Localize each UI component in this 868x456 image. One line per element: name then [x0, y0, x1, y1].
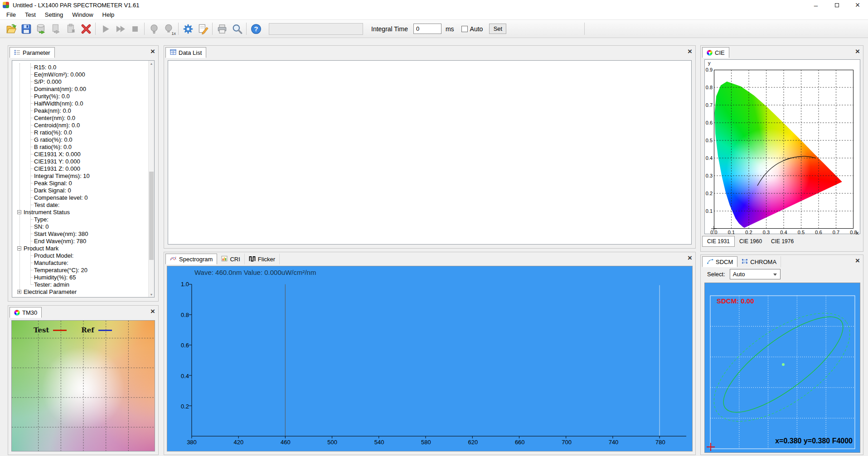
- stop-test-button[interactable]: [127, 21, 142, 36]
- menu-item[interactable]: Help: [98, 10, 119, 19]
- start-test-button[interactable]: [97, 21, 112, 36]
- menu-item[interactable]: File: [2, 10, 20, 19]
- menu-item[interactable]: Window: [68, 10, 97, 19]
- tree-item[interactable]: CIE1931 X: 0.000: [12, 150, 148, 158]
- export-report-button[interactable]: [48, 21, 63, 36]
- import-data-button[interactable]: [63, 21, 78, 36]
- tree-item[interactable]: B ratio(%): 0.0: [12, 143, 148, 150]
- cie-mode-tab[interactable]: CIE 1931: [702, 236, 735, 247]
- tree-item[interactable]: Peak(nm): 0.0: [12, 107, 148, 114]
- tree-item[interactable]: SN: 0: [12, 223, 148, 230]
- tree-item-label: Start Wave(nm): 380: [34, 230, 88, 237]
- close-icon[interactable]: ×: [855, 48, 860, 55]
- tree-item[interactable]: CIE1931 Y: 0.000: [12, 158, 148, 165]
- maximize-button[interactable]: [826, 0, 847, 10]
- window-title: Untitled - LX1400 PAR SPECTROMETER V1.61: [13, 2, 139, 9]
- menu-item[interactable]: Setting: [40, 10, 68, 19]
- menu-bar: FileTestSettingWindowHelp: [0, 10, 868, 20]
- settings-button[interactable]: [180, 21, 195, 36]
- tree-item[interactable]: Peak Signal: 0: [12, 179, 148, 187]
- tree-item[interactable]: Temperature(°C): 20: [12, 266, 148, 274]
- tree-expander[interactable]: [17, 210, 21, 214]
- tab-cie[interactable]: CIE: [702, 47, 729, 58]
- help-button[interactable]: ?: [248, 21, 263, 36]
- tree-item[interactable]: Dark Signal: 0: [12, 187, 148, 194]
- tree-item[interactable]: Manufacture:: [12, 259, 148, 266]
- tree-item[interactable]: Purity(%): 0.0: [12, 92, 148, 100]
- parameter-scrollbar[interactable]: ▲ ▼: [148, 61, 154, 297]
- print-button[interactable]: [214, 21, 229, 36]
- sdcm-select-dropdown[interactable]: Auto: [730, 269, 781, 279]
- tree-item[interactable]: End Wave(nm): 780: [12, 237, 148, 245]
- tree-item[interactable]: G ratio(%): 0.0: [12, 136, 148, 143]
- edit-button[interactable]: [195, 21, 210, 36]
- tab-tm30[interactable]: TM30: [10, 307, 42, 318]
- tree-item[interactable]: Humidity(%): 65: [12, 274, 148, 281]
- tree-item[interactable]: Product Mark: [12, 245, 148, 252]
- tab-spectrogram[interactable]: Spectrogram: [165, 254, 217, 264]
- tree-expander[interactable]: [17, 246, 21, 250]
- tree-item[interactable]: Instrument Status: [12, 208, 148, 216]
- tab-sdcm[interactable]: SDCM: [702, 256, 737, 267]
- save-button[interactable]: [19, 21, 34, 36]
- tab-data-list[interactable]: Data List: [165, 47, 206, 58]
- tree-item-label: Test date:: [34, 202, 59, 208]
- set-button[interactable]: Set: [489, 24, 506, 34]
- tree-item[interactable]: HalfWidth(nm): 0.0: [12, 100, 148, 107]
- export-data-button[interactable]: [34, 21, 48, 36]
- tree-item[interactable]: CIE1931 Z: 0.000: [12, 165, 148, 172]
- close-icon[interactable]: ×: [150, 48, 155, 55]
- x-tick-label: 0.4: [778, 230, 789, 235]
- tab-chroma[interactable]: CHROMA: [737, 256, 781, 267]
- menu-item[interactable]: Test: [20, 10, 40, 19]
- tree-item[interactable]: Product Model:: [12, 252, 148, 259]
- tree-item[interactable]: Test date:: [12, 201, 148, 208]
- close-button[interactable]: ×: [847, 0, 868, 10]
- tree-item[interactable]: Tester: admin: [12, 281, 148, 288]
- x-tick-label: 0.3: [761, 230, 772, 235]
- close-icon[interactable]: ×: [688, 48, 692, 55]
- toolbar-separator: [178, 23, 179, 35]
- tree-item-label: Center(nm): 0.0: [34, 115, 75, 121]
- tree-item[interactable]: Start Wave(nm): 380: [12, 230, 148, 237]
- tree-item[interactable]: Integral Time(ms): 10: [12, 172, 148, 179]
- tab-parameter[interactable]: Parameter: [10, 47, 55, 58]
- dark-calibration-button[interactable]: [146, 21, 161, 36]
- tree-item[interactable]: R15: 0.0: [12, 63, 148, 71]
- tree-item[interactable]: Centroid(nm): 0.0: [12, 121, 148, 129]
- tree-item[interactable]: R ratio(%): 0.0: [12, 129, 148, 136]
- tree-item[interactable]: Dominant(nm): 0.00: [12, 85, 148, 92]
- tm30-chart: Test Ref: [11, 320, 155, 451]
- tree-item[interactable]: Type:: [12, 216, 148, 223]
- close-icon[interactable]: ×: [855, 257, 860, 264]
- scrollbar-thumb[interactable]: [149, 172, 154, 260]
- tree-item[interactable]: Electrical Parameter: [12, 288, 148, 295]
- test-line-swatch: [53, 330, 67, 331]
- tree-item[interactable]: S/P: 0.000: [12, 78, 148, 85]
- minimize-button[interactable]: –: [805, 0, 826, 10]
- parameter-list-icon: [14, 49, 20, 57]
- tab-flicker[interactable]: Flicker: [245, 254, 280, 264]
- scroll-up-icon[interactable]: ▲: [149, 61, 154, 66]
- tab-cri[interactable]: CRI: [217, 254, 244, 264]
- light-calibration-button[interactable]: 1x: [161, 21, 176, 36]
- zoom-button[interactable]: [229, 21, 244, 36]
- parameter-panel: Parameter × R15: 0.0 Ee(mW/cm²): 0.000: [8, 45, 159, 302]
- data-list-content[interactable]: [168, 60, 692, 245]
- scroll-down-icon[interactable]: ▼: [149, 292, 154, 297]
- delete-button[interactable]: [78, 21, 93, 36]
- auto-checkbox[interactable]: [461, 26, 468, 32]
- close-icon[interactable]: ×: [688, 254, 692, 262]
- continuous-test-button[interactable]: [112, 21, 127, 36]
- tree-expander[interactable]: [17, 290, 21, 294]
- tree-item[interactable]: Compensate level: 0: [12, 194, 148, 201]
- cie-mode-tab[interactable]: CIE 1960: [735, 236, 766, 247]
- integral-time-input[interactable]: [413, 24, 441, 34]
- cie-mode-tab[interactable]: CIE 1976: [766, 236, 798, 247]
- close-icon[interactable]: ×: [150, 307, 155, 315]
- tree-item-label: G ratio(%): 0.0: [34, 136, 73, 143]
- color-wheel-icon: [707, 50, 713, 56]
- tree-item[interactable]: Ee(mW/cm²): 0.000: [12, 71, 148, 78]
- tree-item[interactable]: Center(nm): 0.0: [12, 114, 148, 121]
- open-file-button[interactable]: [4, 21, 19, 36]
